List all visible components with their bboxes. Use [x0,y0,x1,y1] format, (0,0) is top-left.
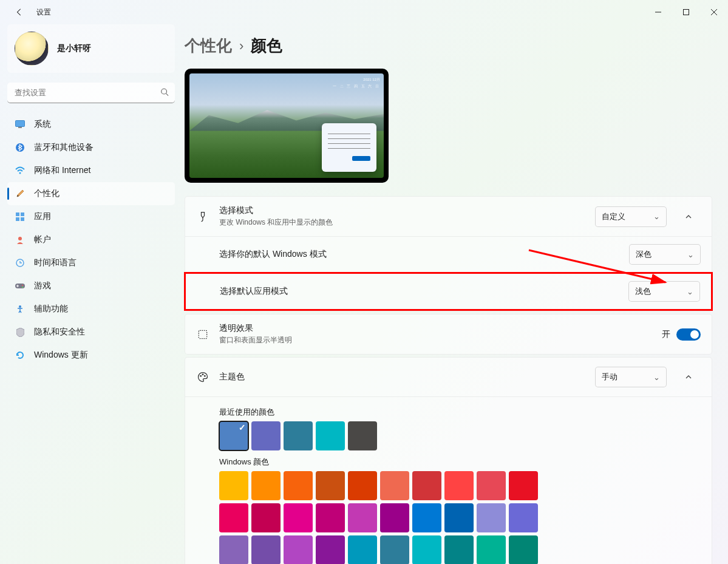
windows-color-swatch[interactable] [348,535,377,564]
sidebar-item-label: 帐户 [34,234,51,245]
windows-color-swatch[interactable] [251,503,281,532]
chevron-down-icon: ⌄ [687,287,693,296]
windows-color-swatch[interactable] [477,535,506,564]
sidebar-item-7[interactable]: 游戏 [7,274,175,297]
windows-color-swatch[interactable] [380,535,409,564]
windows-color-swatch[interactable] [284,471,313,500]
sidebar-item-3[interactable]: 个性化 [7,182,175,205]
maximize-button[interactable] [672,2,700,22]
sidebar-item-2[interactable]: 网络和 Internet [7,159,175,182]
windows-color-swatch[interactable] [251,471,281,500]
svg-line-3 [166,93,169,96]
windows-color-swatch[interactable] [348,503,377,532]
recent-color-swatch[interactable] [284,421,313,450]
bluetooth-icon [15,142,26,153]
transparency-toggle[interactable] [676,328,701,341]
breadcrumb-parent[interactable]: 个性化 [185,35,232,56]
windows-color-swatch[interactable] [219,535,248,564]
app-mode-dropdown[interactable]: 浅色 ⌄ [628,281,700,302]
recent-color-swatch[interactable] [316,421,345,450]
windows-color-swatch[interactable] [219,503,248,532]
recent-color-swatch[interactable] [251,421,281,450]
svg-rect-19 [199,330,206,338]
sidebar-item-label: 网络和 Internet [34,165,90,176]
svg-rect-9 [21,212,24,216]
windows-color-swatch[interactable] [219,471,248,500]
sidebar-item-1[interactable]: 蓝牙和其他设备 [7,136,175,159]
back-button[interactable] [10,2,29,22]
search-icon [160,88,169,98]
recent-color-swatch[interactable] [219,421,248,450]
windows-color-swatch[interactable] [380,471,409,500]
sidebar-item-label: 隐私和安全性 [34,327,85,338]
mode-subtitle: 更改 Windows 和应用中显示的颜色 [219,217,585,228]
sidebar-item-6[interactable]: 时间和语言 [7,251,175,274]
windows-mode-dropdown[interactable]: 深色 ⌄ [629,244,701,265]
windows-color-swatch[interactable] [412,535,441,564]
chevron-up-icon [685,373,692,381]
windows-color-swatch[interactable] [444,535,474,564]
minimize-icon [655,9,661,15]
windows-color-swatch[interactable] [444,471,474,500]
windows-color-swatch[interactable] [477,503,506,532]
windows-color-swatch[interactable] [509,471,538,500]
paintbrush-icon [196,210,209,223]
accessibility-icon [15,304,26,314]
search-input[interactable] [7,83,175,103]
windows-color-swatch[interactable] [477,471,506,500]
personalize-icon [15,188,26,199]
arrow-left-icon [15,8,24,16]
windows-color-swatch[interactable] [412,471,441,500]
sidebar-item-0[interactable]: 系统 [7,113,175,136]
minimize-button[interactable] [644,2,672,22]
avatar [15,32,49,66]
windows-color-swatch[interactable] [284,503,313,532]
recent-swatches [219,421,547,450]
svg-rect-5 [18,127,22,128]
mode-dropdown[interactable]: 自定义 ⌄ [595,206,667,227]
sidebar-item-10[interactable]: Windows 更新 [7,344,175,367]
windows-color-swatch[interactable] [509,535,538,564]
sidebar-item-8[interactable]: 辅助功能 [7,297,175,321]
svg-point-17 [19,305,21,308]
accent-color-card: 主题色 手动 ⌄ 最近使用的颜色 Windows 颜色 [185,357,712,564]
window-title: 设置 [36,7,51,18]
sidebar-item-5[interactable]: 帐户 [7,228,175,251]
breadcrumb: 个性化 › 颜色 [185,35,712,56]
windows-color-swatch[interactable] [284,535,313,564]
preview-window [322,123,376,172]
profile-card[interactable]: 是小轩呀 [7,24,175,73]
windows-color-swatch[interactable] [444,503,474,532]
close-icon [711,9,717,15]
windows-color-swatch[interactable] [316,535,345,564]
nav-list: 系统蓝牙和其他设备网络和 Internet个性化应用帐户时间和语言游戏辅助功能隐… [7,113,175,367]
windows-color-swatch[interactable] [380,503,409,532]
sidebar-item-label: 辅助功能 [34,304,68,314]
main-content: 个性化 › 颜色 2021 12月 一二三四五六日 [182,24,728,564]
accent-mode-dropdown[interactable]: 手动 ⌄ [595,367,667,387]
transparency-title: 透明效果 [219,323,652,334]
mode-card: 选择模式 更改 Windows 和应用中显示的颜色 自定义 ⌄ 选择你的默认 W… [185,196,712,311]
windows-color-swatch[interactable] [412,503,441,532]
windows-color-swatch[interactable] [251,535,281,564]
svg-rect-11 [21,217,24,221]
close-button[interactable] [700,2,728,22]
sidebar-item-label: 游戏 [34,280,51,291]
windows-color-swatch[interactable] [316,503,345,532]
windows-color-swatch[interactable] [509,503,538,532]
mode-title: 选择模式 [219,205,585,216]
sidebar-item-9[interactable]: 隐私和安全性 [7,321,175,344]
windows-colors-label: Windows 颜色 [219,457,712,467]
sidebar-item-4[interactable]: 应用 [7,205,175,228]
collapse-button[interactable] [676,206,701,227]
recent-color-swatch[interactable] [348,421,377,450]
transparency-icon [196,328,209,341]
windows-color-swatch[interactable] [316,471,345,500]
sidebar-item-label: Windows 更新 [34,350,88,361]
svg-rect-1 [684,10,689,15]
collapse-button[interactable] [676,367,701,387]
system-icon [15,119,26,130]
windows-color-swatch[interactable] [348,471,377,500]
svg-rect-8 [16,212,19,216]
svg-point-12 [18,237,22,240]
